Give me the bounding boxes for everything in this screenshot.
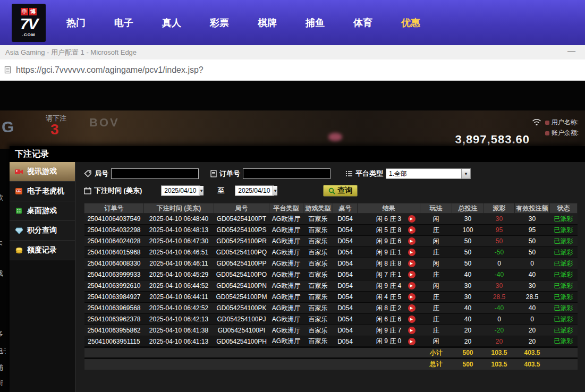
total-row-cell: 103.5 xyxy=(484,359,515,370)
nav-item-捕鱼[interactable]: 捕鱼 xyxy=(291,16,339,29)
play-button[interactable]: ▶ xyxy=(408,327,416,334)
cell-platform: AG欧洲厅 xyxy=(269,292,303,303)
cell-payout: 0 xyxy=(484,314,515,325)
nav-item-电子[interactable]: 电子 xyxy=(100,16,148,29)
wifi-icon xyxy=(532,118,541,126)
cell-valid-bet: 20 xyxy=(515,336,550,347)
total-row-cell xyxy=(358,359,420,370)
column-header: 订单号 xyxy=(84,203,144,214)
sidebar-fragment: 款 xyxy=(0,193,6,202)
cell-payout: -50 xyxy=(484,247,515,258)
subtotal-row-cell xyxy=(84,347,144,359)
cell-table-no: D054 xyxy=(333,280,358,292)
cell-valid-bet: 50 xyxy=(515,236,550,247)
record-row: 2504100639849272025-04-10 06:44:11GD0542… xyxy=(84,292,578,303)
cell-game-type: 百家乐 xyxy=(303,292,333,303)
cell-platform: AG欧洲厅 xyxy=(269,225,303,236)
brand-logo[interactable]: 申 博 7V .COM xyxy=(12,4,46,42)
modal-main: 局号 订单号 xyxy=(75,162,585,392)
cell-order-id: 250410063969568 xyxy=(84,303,144,314)
cell-total-bet: 40 xyxy=(452,269,484,280)
play-button[interactable]: ▶ xyxy=(408,338,416,345)
total-row-cell xyxy=(84,359,144,370)
cell-game-type: 百家乐 xyxy=(303,258,333,269)
order-number-input[interactable] xyxy=(243,168,330,179)
cell-platform: AG欧洲厅 xyxy=(269,236,303,247)
minimize-button[interactable]: — xyxy=(567,46,575,55)
nav-item-体育[interactable]: 体育 xyxy=(339,16,387,29)
cell-valid-bet: 95 xyxy=(515,225,550,236)
search-button[interactable]: 查询 xyxy=(323,185,358,197)
total-row-cell xyxy=(333,359,358,370)
column-header: 桌号 xyxy=(333,203,358,214)
date-from-select[interactable]: 2025/04/10 ▼ xyxy=(161,185,200,196)
date-to-select[interactable]: 2025/04/10 ▼ xyxy=(235,185,274,196)
sidebar-item-视讯游戏[interactable]: 视讯游戏 xyxy=(10,162,75,182)
cell-result: 闲 9 庄 0▶ xyxy=(358,336,420,347)
cell-table-no: D054 xyxy=(333,314,358,325)
sidebar-item-积分查询[interactable]: 积分查询 xyxy=(10,221,75,241)
play-button[interactable]: ▶ xyxy=(408,304,416,312)
play-button[interactable]: ▶ xyxy=(408,215,416,223)
game-background: G 请下注 3 BOV 用户名称: 账户余额: 3,897,583.60 xyxy=(0,81,585,392)
play-button[interactable]: ▶ xyxy=(408,293,416,301)
nav-item-热门[interactable]: 热门 xyxy=(52,16,100,29)
modal-title: 下注记录 xyxy=(15,149,49,160)
column-header: 游戏类型 xyxy=(303,203,333,214)
total-row-cell: 403.5 xyxy=(515,359,550,370)
cell-total-bet: 30 xyxy=(452,280,484,292)
play-button[interactable]: ▶ xyxy=(408,316,416,323)
nav-item-真人[interactable]: 真人 xyxy=(148,16,196,29)
sidebar-item-label: 电子老虎机 xyxy=(27,186,64,196)
nav-item-棋牌[interactable]: 棋牌 xyxy=(243,16,291,29)
play-button[interactable]: ▶ xyxy=(408,249,416,256)
chevron-down-icon: ▼ xyxy=(273,186,277,195)
filters-row-1: 局号 订单号 xyxy=(84,167,578,180)
play-button[interactable]: ▶ xyxy=(408,271,416,278)
logo-tld-text: .COM xyxy=(22,32,36,37)
user-info-lines: 用户名称: 账户余额: xyxy=(545,118,579,138)
sidebar-item-电子老虎机[interactable]: 电子老虎机 xyxy=(10,182,75,201)
cell-order-id: 250410063951115 xyxy=(84,336,144,347)
cell-result: 闲 8 庄 2▶ xyxy=(358,303,420,314)
result-text: 闲 9 庄 7 xyxy=(376,327,401,334)
records-table-wrap: 订单号下注时间 (美东)局号平台类型游戏类型桌号结果玩法总投注派彩有效投注额状态… xyxy=(84,203,578,370)
subtotal-row-cell xyxy=(214,347,269,359)
play-button[interactable]: ▶ xyxy=(408,260,416,267)
window-titlebar: Asia Gaming - 用户配置 1 - Microsoft Edge — xyxy=(0,45,585,59)
nav-item-优惠[interactable]: 优惠 xyxy=(387,16,435,29)
subtotal-row-cell xyxy=(550,347,578,359)
order-number-group: 订单号 xyxy=(210,168,330,179)
sidebar-item-额度记录[interactable]: 额度记录 xyxy=(10,241,75,260)
cell-result: 闲 7 庄 1▶ xyxy=(358,269,420,280)
cell-bet-time: 2025-04-10 06:41:38 xyxy=(144,325,214,336)
status-badge: 已派彩 xyxy=(550,236,578,247)
cell-play-type: 闲 xyxy=(420,214,452,225)
cell-total-bet: 30 xyxy=(452,214,484,225)
calendar-icon xyxy=(84,187,91,194)
date-to-label: 至 xyxy=(217,186,224,195)
play-button[interactable]: ▶ xyxy=(408,237,416,245)
cell-table-no: D054 xyxy=(333,292,358,303)
round-number-input[interactable] xyxy=(111,168,199,179)
cell-total-bet: 100 xyxy=(452,225,484,236)
cell-table-no: D054 xyxy=(333,258,358,269)
platform-type-select[interactable]: 1.全部 ▼ xyxy=(386,168,471,179)
table-watermark: BOV xyxy=(89,116,120,130)
order-number-label: 订单号 xyxy=(219,169,240,178)
sidebar-item-桌面游戏[interactable]: 桌面游戏 xyxy=(10,201,75,221)
cell-payout: 28.5 xyxy=(484,292,515,303)
url-text[interactable]: https://gci.7vvvvvv.com/agingame/pcv1/in… xyxy=(16,65,204,75)
total-row-cell xyxy=(269,359,303,370)
play-button[interactable]: ▶ xyxy=(408,226,416,234)
nav-item-彩票[interactable]: 彩票 xyxy=(196,16,243,29)
cell-valid-bet: 0 xyxy=(515,258,550,269)
user-info-panel: 用户名称: 账户余额: xyxy=(532,118,579,138)
cell-bet-time: 2025-04-10 06:42:13 xyxy=(144,314,214,325)
cell-game-type: 百家乐 xyxy=(303,236,333,247)
play-button[interactable]: ▶ xyxy=(408,282,416,289)
cell-valid-bet: 40 xyxy=(515,303,550,314)
subtotal-row-cell: 小计 xyxy=(420,347,452,359)
round-number-group: 局号 xyxy=(84,168,199,179)
cell-bet-time: 2025-04-10 06:44:11 xyxy=(144,292,214,303)
